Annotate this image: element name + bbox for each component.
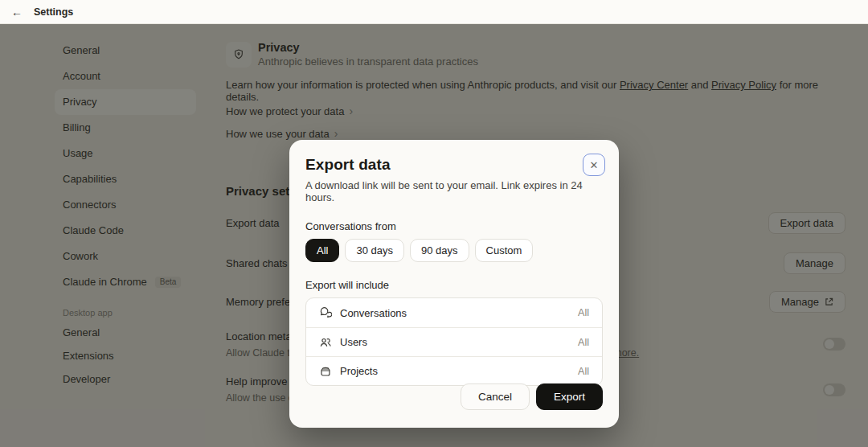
include-row-projects: Projects All: [306, 356, 602, 385]
include-row-conversations: Conversations All: [306, 298, 602, 327]
export-will-include-label: Export will include: [305, 279, 603, 291]
include-item-label: Conversations: [340, 307, 407, 319]
range-option-custom[interactable]: Custom: [475, 239, 534, 262]
projects-icon: [319, 365, 332, 378]
modal-title: Export data: [305, 156, 603, 174]
conversations-from-label: Conversations from: [305, 220, 603, 232]
modal-subtitle: A download link will be sent to your ema…: [305, 179, 603, 203]
export-data-modal: Export data ✕ A download link will be se…: [289, 140, 619, 428]
include-item-value: All: [578, 307, 589, 318]
include-item-value: All: [578, 337, 589, 348]
top-bar: ← Settings: [0, 0, 868, 24]
range-option-30-days[interactable]: 30 days: [345, 239, 404, 262]
include-item-value: All: [578, 366, 589, 377]
export-button[interactable]: Export: [536, 383, 603, 410]
include-list: Conversations All Users All: [305, 297, 603, 386]
users-icon: [319, 336, 332, 349]
conversations-icon: [319, 306, 332, 319]
cancel-button[interactable]: Cancel: [461, 383, 530, 410]
close-icon[interactable]: ✕: [583, 154, 605, 176]
date-range-options: All 30 days 90 days Custom: [305, 239, 603, 262]
back-icon[interactable]: ←: [11, 6, 23, 18]
include-item-label: Projects: [340, 365, 378, 377]
range-option-90-days[interactable]: 90 days: [410, 239, 469, 262]
include-row-users: Users All: [306, 327, 602, 356]
range-option-all[interactable]: All: [305, 239, 339, 262]
page-title: Settings: [34, 6, 73, 18]
include-item-label: Users: [340, 336, 367, 348]
modal-footer: Cancel Export: [461, 383, 603, 410]
